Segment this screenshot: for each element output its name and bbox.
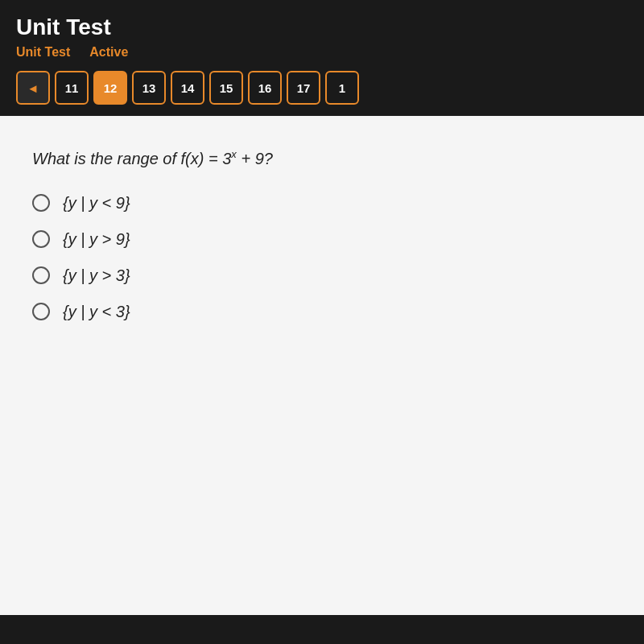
question-14-button[interactable]: 14 xyxy=(171,71,204,105)
radio-d[interactable] xyxy=(32,303,50,320)
question-15-button[interactable]: 15 xyxy=(209,71,243,105)
radio-c[interactable] xyxy=(32,266,50,284)
radio-a[interactable] xyxy=(32,194,50,212)
option-a[interactable]: {y | y < 9} xyxy=(32,194,612,213)
prev-button[interactable]: ◄ xyxy=(16,71,50,105)
question-16-button[interactable]: 16 xyxy=(248,71,282,105)
breadcrumb: Unit Test Active xyxy=(16,45,628,60)
question-next-button[interactable]: 1 xyxy=(325,71,359,105)
question-17-button[interactable]: 17 xyxy=(287,71,320,105)
option-c-label: {y | y > 3} xyxy=(63,266,130,285)
subtitle-unit: Unit Test xyxy=(16,45,70,60)
option-a-label: {y | y < 9} xyxy=(63,194,130,213)
option-d-label: {y | y < 3} xyxy=(63,303,130,321)
question-prefix: What is the range of xyxy=(32,150,181,167)
option-b-label: {y | y > 9} xyxy=(63,230,130,249)
question-text: What is the range of f(x) = 3x + 9? xyxy=(32,148,612,168)
question-13-button[interactable]: 13 xyxy=(132,71,166,105)
header: Unit Test Unit Test Active ◄ 11 12 13 14… xyxy=(0,0,644,116)
content-area: What is the range of f(x) = 3x + 9? {y |… xyxy=(0,116,644,615)
option-c[interactable]: {y | y > 3} xyxy=(32,266,612,285)
question-function: f(x) = 3x + 9? xyxy=(181,150,273,167)
question-12-button[interactable]: 12 xyxy=(93,71,127,105)
subtitle-status: Active xyxy=(89,45,128,60)
question-navigation: ◄ 11 12 13 14 15 16 17 1 xyxy=(16,71,628,108)
question-11-button[interactable]: 11 xyxy=(55,71,89,105)
answer-options: {y | y < 9} {y | y > 9} {y | y > 3} {y |… xyxy=(32,194,612,321)
page-title: Unit Test xyxy=(16,14,628,40)
option-d[interactable]: {y | y < 3} xyxy=(32,303,612,321)
option-b[interactable]: {y | y > 9} xyxy=(32,230,612,249)
radio-b[interactable] xyxy=(32,230,50,248)
